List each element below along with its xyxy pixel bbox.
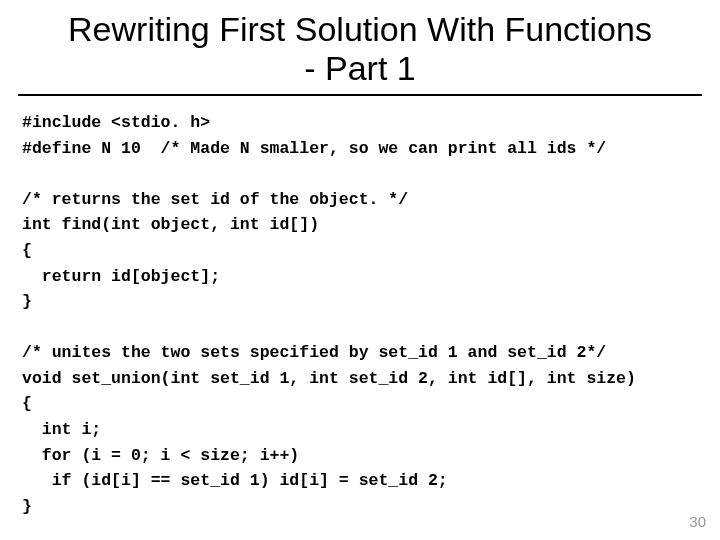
slide: Rewriting First Solution With Functions … (0, 0, 720, 540)
page-number: 30 (689, 513, 706, 530)
code-block: #include <stdio. h> #define N 10 /* Made… (0, 110, 720, 519)
slide-title: Rewriting First Solution With Functions … (18, 0, 702, 96)
